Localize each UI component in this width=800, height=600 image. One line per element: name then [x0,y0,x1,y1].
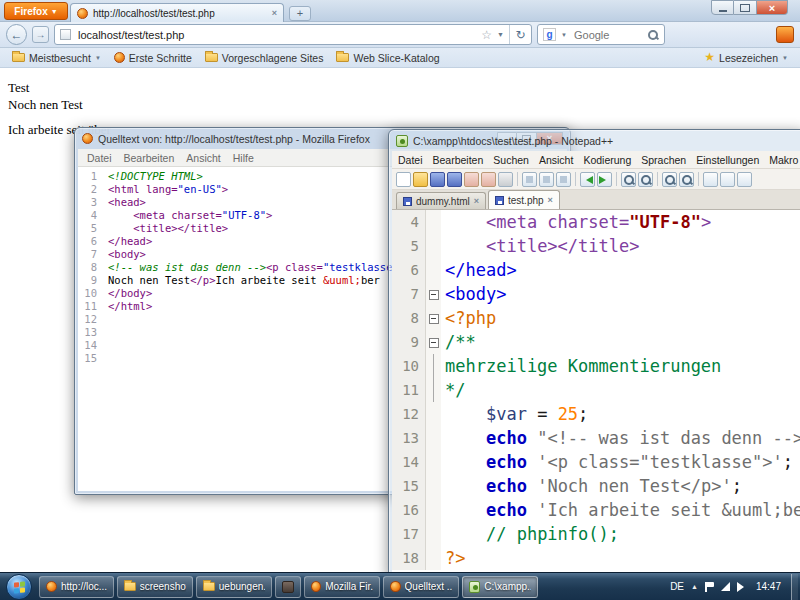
taskbar-button-quelltext[interactable]: Quelltext ... [383,576,459,598]
app-icon [282,581,294,593]
fold-marker[interactable] [426,330,441,354]
network-icon[interactable] [721,582,730,591]
volume-icon[interactable] [737,582,749,592]
zoom-in-icon[interactable] [662,172,677,187]
fold-marker[interactable] [426,282,441,306]
saved-file-icon [403,197,412,206]
search-icon[interactable] [647,29,659,41]
fold-margin [426,234,441,258]
record-macro-icon[interactable] [737,172,752,187]
code-text: ?> [441,546,465,570]
undo-icon[interactable] [580,172,595,187]
menu-hilfe[interactable]: Hilfe [227,152,260,164]
desktop: Firefox ▼ http://localhost/test/test.php… [0,0,800,600]
reload-icon[interactable] [509,25,531,44]
code-line-13: 13 echo "<!-- was ist das denn -->"; [392,426,800,450]
search-bar[interactable]: g [537,24,665,45]
windows-logo-icon [14,581,25,593]
close-all-icon[interactable] [481,172,496,187]
line-number: 5 [78,222,104,235]
addon-icon[interactable] [776,26,794,43]
code-text: <title></title> [104,222,228,235]
document-tab-dummy-html[interactable]: dummy.html× [396,192,486,209]
taskbar-button-mozilla-fir[interactable]: Mozilla Fir... [304,576,380,598]
url-dropdown-icon[interactable] [497,31,504,38]
code-text: /** [441,330,476,354]
code-text: <head> [104,196,146,209]
zoom-out-icon[interactable] [679,172,694,187]
menu-ansicht[interactable]: Ansicht [534,154,578,166]
menu-kodierung[interactable]: Kodierung [578,154,636,166]
find-icon[interactable] [621,172,636,187]
search-input[interactable] [572,28,642,42]
code-editor[interactable]: 4 <meta charset="UTF-8">5 <title></title… [392,210,800,573]
paste-icon[interactable] [556,172,571,187]
start-button[interactable] [6,574,32,600]
menu-ansicht[interactable]: Ansicht [180,152,226,164]
action-center-icon[interactable] [705,582,714,592]
hidden-icons-icon[interactable] [691,583,698,590]
bookmark-item-meistbesucht[interactable]: Meistbesucht▼ [7,49,106,66]
minimize-button[interactable] [711,0,734,15]
menu-bearbeiten[interactable]: Bearbeiten [118,152,181,164]
bookmark-item-erste-schritte[interactable]: Erste Schritte [109,49,197,66]
taskbar-button-label: screenshots [140,581,187,592]
bookmark-label: Vorgeschlagene Sites [222,52,324,64]
menu-datei[interactable]: Datei [393,154,428,166]
menu-einstellungen[interactable]: Einstellungen [691,154,764,166]
fold-marker[interactable] [426,306,441,330]
new-tab-button[interactable] [289,6,311,21]
notepadpp-toolbar [392,169,800,190]
taskbar-button-item[interactable] [275,576,301,598]
bookmark-item-web-slice-katalog[interactable]: Web Slice-Katalog [331,49,444,66]
taskbar-button-screenshots[interactable]: screenshots [117,576,193,598]
tab-label: dummy.html [416,196,470,207]
taskbar-button-c-xampp[interactable]: C:\xampp... [462,576,538,598]
close-icon[interactable] [464,172,479,187]
bookmark-item-vorgeschlagene-sites[interactable]: Vorgeschlagene Sites [200,49,329,66]
star-icon [704,52,715,63]
bookmarks-menu-button[interactable]: Lesezeichen▼ [699,49,793,66]
save-all-icon[interactable] [447,172,462,187]
redo-icon[interactable] [597,172,612,187]
new-file-icon[interactable] [396,172,411,187]
url-bar[interactable] [54,24,532,45]
code-text: */ [441,378,465,402]
menu-datei[interactable]: Datei [81,152,118,164]
open-icon[interactable] [413,172,428,187]
maximize-button[interactable] [734,0,757,15]
browser-tab[interactable]: http://localhost/test/test.php × [70,3,284,22]
menu-sprachen[interactable]: Sprachen [636,154,691,166]
firefox-app-menu-button[interactable]: Firefox ▼ [4,2,68,20]
word-wrap-icon[interactable] [703,172,718,187]
code-line-7: 7<body> [392,282,800,306]
tab-close-icon[interactable]: × [474,196,479,206]
menu-suchen[interactable]: Suchen [488,154,534,166]
taskbar-button-uebungen[interactable]: uebungen... [196,576,272,598]
bookmark-star-icon[interactable] [481,29,492,41]
print-icon[interactable] [498,172,513,187]
document-tab-test-php[interactable]: test.php× [488,190,560,209]
save-icon[interactable] [430,172,445,187]
forward-button[interactable] [32,26,49,43]
code-text: echo '<p class="testklasse">'; [441,450,793,474]
back-button[interactable] [6,24,27,45]
notepadpp-titlebar[interactable]: C:\xampp\htdocs\test\test.php - Notepad+… [392,130,800,151]
tab-close-icon[interactable]: × [548,195,553,205]
clock[interactable]: 14:47 [752,581,785,592]
keyboard-layout-indicator[interactable]: DE [670,581,684,592]
replace-icon[interactable] [638,172,653,187]
search-engine-dropdown-icon[interactable] [561,32,567,38]
copy-icon[interactable] [539,172,554,187]
cut-icon[interactable] [522,172,537,187]
tab-close-icon[interactable]: × [272,8,277,18]
line-number: 7 [392,282,426,306]
close-button[interactable] [757,0,788,15]
show-desktop-button[interactable] [791,574,798,600]
code-text: </body> [104,287,152,300]
taskbar-button-http-loc[interactable]: http://loc... [39,576,114,598]
menu-makro[interactable]: Makro [764,154,800,166]
url-input[interactable] [76,28,476,42]
show-all-chars-icon[interactable] [720,172,735,187]
menu-bearbeiten[interactable]: Bearbeiten [428,154,489,166]
